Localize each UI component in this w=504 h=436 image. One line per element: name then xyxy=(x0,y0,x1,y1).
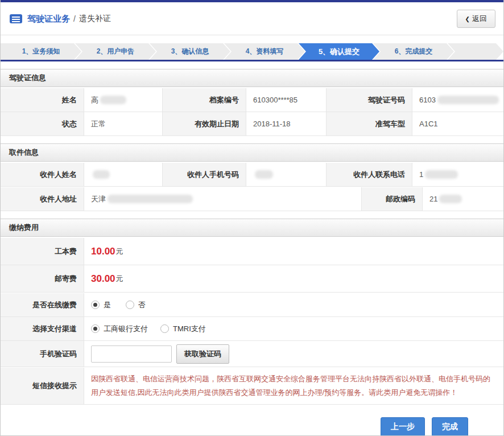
radio-option-yes[interactable]: 是 xyxy=(91,300,111,310)
field-value-recipient-phone: 1 xyxy=(412,163,503,186)
field-label-status: 状态 xyxy=(1,112,84,135)
field-label-payment-channel: 选择支付渠道 xyxy=(1,317,84,340)
step-progress-bar: 1、业务须知 2、用户申告 3、确认信息 4、资料填写 5、确认提交 6、完成提… xyxy=(1,43,503,61)
payment-options-table: 是否在线缴费 是 否 选择支付渠道 工商银行支付 TMRI支付 手机验证码 获取… xyxy=(1,293,503,367)
field-label-vehicle-class: 准驾车型 xyxy=(327,112,412,135)
pickup-info-table-row1: 收件人姓名 收件人手机号码 收件人联系电话 1 xyxy=(1,163,503,187)
fee-unit: 元 xyxy=(116,274,123,284)
field-value-vehicle-class: A1C1 xyxy=(412,112,504,135)
online-payment-radio-group: 是 否 xyxy=(91,300,146,310)
step-6-complete[interactable]: 6、完成提交 xyxy=(373,43,454,60)
step-4-fill-data[interactable]: 4、资料填写 xyxy=(224,43,305,60)
field-label-online-payment: 是否在线缴费 xyxy=(1,293,84,316)
postage-fee-amount: 30.00 xyxy=(91,273,115,285)
pickup-info-table-row2: 收件人地址 天津 邮政编码 21 xyxy=(1,187,503,211)
section-pickup-info: 取件信息 收件人姓名 收件人手机号码 收件人联系电话 1 收件人地址 天津 邮政… xyxy=(1,143,503,211)
redacted-value xyxy=(425,170,458,179)
redacted-value xyxy=(100,96,126,104)
field-value-status: 正常 xyxy=(84,112,162,135)
breadcrumb-current: 遗失补证 xyxy=(79,14,111,24)
step-bar-filler xyxy=(448,43,503,60)
field-value-file-no: 610300****85 xyxy=(246,88,326,112)
field-value-recipient-address: 天津 xyxy=(84,187,361,211)
page-title: 驾驶证业务 xyxy=(27,14,70,24)
step-2-declaration[interactable]: 2、用户申告 xyxy=(75,43,156,60)
finish-button[interactable]: 完成 xyxy=(432,417,468,436)
step-1-notice[interactable]: 1、业务须知 xyxy=(1,43,81,60)
payment-table: 工本费 10.00元 邮寄费 30.00元 xyxy=(1,238,503,293)
production-fee-amount: 10.00 xyxy=(91,246,115,257)
radio-label: 是 xyxy=(104,300,111,310)
field-label-name: 姓名 xyxy=(1,88,84,112)
sms-notice-table: 短信接收提示 因陕西省联通、电信运营商技术问题，陕西省互联网交通安全综合服务管理… xyxy=(1,368,503,405)
field-label-expiry: 有效期止日期 xyxy=(163,112,246,135)
redacted-value xyxy=(108,195,193,203)
field-label-file-no: 档案编号 xyxy=(163,88,246,112)
field-label-recipient-name: 收件人姓名 xyxy=(1,163,84,186)
radio-label: TMRI支付 xyxy=(173,324,206,334)
previous-step-button[interactable]: 上一步 xyxy=(381,417,425,436)
get-sms-code-button[interactable]: 获取验证码 xyxy=(176,344,229,364)
radio-checked-icon[interactable] xyxy=(91,301,100,309)
field-label-recipient-mobile: 收件人手机号码 xyxy=(163,163,246,186)
footer-actions: 上一步 完成 xyxy=(1,405,503,436)
radio-label: 工商银行支付 xyxy=(104,324,148,334)
radio-checked-icon[interactable] xyxy=(91,324,100,333)
sms-notice-text: 因陕西省联通、电信运营商技术问题，陕西省互联网交通安全综合服务管理平台无法向持陕… xyxy=(84,368,503,404)
field-value-postal-code: 21 xyxy=(423,187,503,211)
field-value-expiry: 2018-11-18 xyxy=(246,112,326,135)
field-label-sms-code: 手机验证码 xyxy=(1,341,84,367)
section-payment: 缴纳费用 工本费 10.00元 邮寄费 30.00元 是否在线缴费 是 否 选择… xyxy=(1,219,503,405)
fee-unit: 元 xyxy=(116,246,123,257)
section-title-license-info: 驾驶证信息 xyxy=(1,69,503,87)
field-value-online-payment: 是 否 xyxy=(84,293,503,316)
field-value-sms-notice: 因陕西省联通、电信运营商技术问题，陕西省互联网交通安全综合服务管理平台无法向持陕… xyxy=(84,368,503,404)
section-title-payment: 缴纳费用 xyxy=(1,219,503,237)
field-value-payment-channel: 工商银行支付 TMRI支付 xyxy=(84,317,503,340)
breadcrumb-divider: / xyxy=(73,14,76,23)
radio-option-icbc[interactable]: 工商银行支付 xyxy=(91,324,148,334)
section-title-pickup-info: 取件信息 xyxy=(1,143,503,162)
license-info-table: 姓名 高 档案编号 610300****85 驾驶证号码 6103 状态 正常 … xyxy=(1,88,503,136)
step-3-confirm-info[interactable]: 3、确认信息 xyxy=(150,43,230,60)
step-5-confirm-submit[interactable]: 5、确认提交 xyxy=(299,43,379,60)
header: 驾驶证业务 / 遗失补证 ❮返回 xyxy=(1,2,503,35)
field-value-sms-code: 获取验证码 xyxy=(84,341,503,367)
section-license-info: 驾驶证信息 姓名 高 档案编号 610300****85 驾驶证号码 6103 … xyxy=(1,69,503,136)
redacted-value xyxy=(439,195,462,203)
chevron-left-icon: ❮ xyxy=(465,16,470,22)
field-value-production-fee: 10.00元 xyxy=(84,238,503,265)
radio-unchecked-icon[interactable] xyxy=(160,324,169,333)
field-label-recipient-phone: 收件人联系电话 xyxy=(327,163,412,186)
back-button[interactable]: ❮返回 xyxy=(457,10,495,28)
redacted-value xyxy=(437,96,499,104)
back-button-label: 返回 xyxy=(472,14,487,23)
license-service-icon xyxy=(10,14,22,23)
radio-label: 否 xyxy=(138,300,146,310)
field-label-production-fee: 工本费 xyxy=(1,238,84,265)
radio-unchecked-icon[interactable] xyxy=(126,301,134,309)
field-label-recipient-address: 收件人地址 xyxy=(1,187,84,211)
redacted-value xyxy=(255,170,273,179)
radio-option-tmri[interactable]: TMRI支付 xyxy=(160,324,206,334)
field-value-license-no: 6103 xyxy=(412,88,504,112)
field-value-recipient-mobile xyxy=(246,163,326,186)
field-label-sms-notice: 短信接收提示 xyxy=(1,368,84,404)
redacted-value xyxy=(93,170,110,179)
field-label-license-no: 驾驶证号码 xyxy=(327,88,412,112)
radio-option-no[interactable]: 否 xyxy=(126,300,146,310)
field-value-postage-fee: 30.00元 xyxy=(84,265,503,292)
field-value-name: 高 xyxy=(84,88,162,112)
page: 驾驶证业务 / 遗失补证 ❮返回 1、业务须知 2、用户申告 3、确认信息 4、… xyxy=(0,0,504,436)
field-value-recipient-name xyxy=(84,163,162,186)
payment-channel-radio-group: 工商银行支付 TMRI支付 xyxy=(91,324,206,334)
field-label-postal-code: 邮政编码 xyxy=(362,187,422,211)
sms-code-input[interactable] xyxy=(91,345,172,363)
field-label-postage-fee: 邮寄费 xyxy=(1,265,84,292)
